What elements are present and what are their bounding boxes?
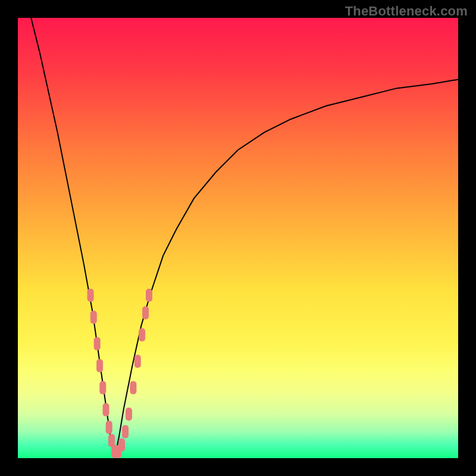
outer-frame: TheBottleneck.com xyxy=(0,0,476,476)
data-marker xyxy=(134,355,141,368)
data-marker xyxy=(146,289,152,302)
data-marker xyxy=(94,337,101,350)
data-marker xyxy=(90,311,97,324)
data-marker xyxy=(99,381,106,394)
data-marker xyxy=(139,328,145,342)
data-marker xyxy=(130,381,136,394)
data-marker xyxy=(122,425,129,439)
data-marker xyxy=(87,289,94,302)
data-marker xyxy=(142,306,149,320)
curve-right-branch xyxy=(115,80,458,458)
watermark-text: TheBottleneck.com xyxy=(345,4,468,19)
data-marker xyxy=(103,403,109,416)
chart-svg xyxy=(18,18,458,458)
data-marker xyxy=(118,439,125,452)
data-marker xyxy=(106,421,112,434)
data-marker xyxy=(126,408,132,421)
data-marker xyxy=(96,359,103,372)
